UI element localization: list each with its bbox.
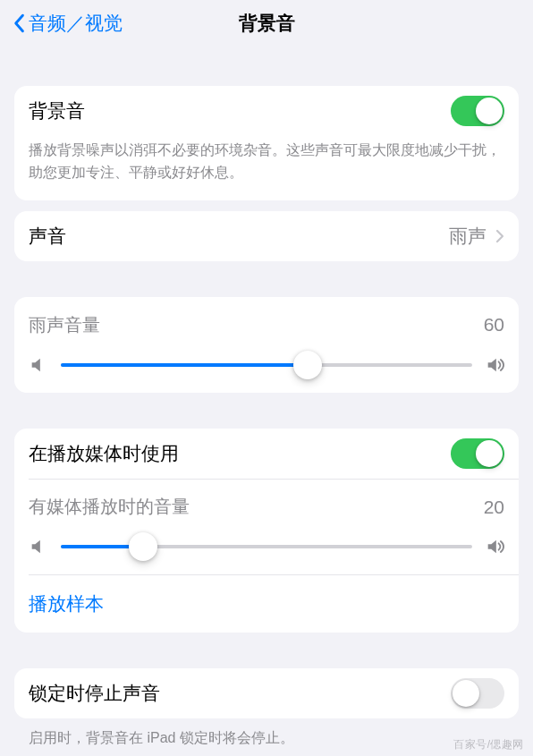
chevron-left-icon	[11, 11, 27, 36]
media-volume-slider[interactable]	[61, 545, 472, 548]
volume-high-icon	[485, 355, 504, 375]
volume-low-icon	[29, 537, 48, 556]
group-media: 在播放媒体时使用 有媒体播放时的音量 20 播放样本	[14, 429, 519, 633]
group-volume: 雨声音量 60	[14, 297, 519, 393]
stop-on-lock-label: 锁定时停止声音	[29, 681, 451, 706]
rain-volume-label: 雨声音量	[29, 313, 100, 337]
sound-picker-row[interactable]: 声音 雨声	[14, 211, 519, 261]
group-main: 背景音 播放背景噪声以消弭不必要的环境杂音。这些声音可最大限度地减少干扰，助您更…	[14, 86, 519, 200]
nav-bar: 音频／视觉 背景音	[0, 0, 533, 47]
background-sound-switch[interactable]	[451, 96, 504, 126]
volume-high-icon	[485, 537, 504, 556]
use-with-media-label: 在播放媒体时使用	[29, 441, 451, 466]
stop-on-lock-switch[interactable]	[451, 678, 504, 709]
use-with-media-switch[interactable]	[451, 438, 504, 469]
media-volume-block: 有媒体播放时的音量 20	[14, 479, 519, 574]
rain-volume-slider[interactable]	[61, 363, 472, 367]
sound-label: 声音	[29, 224, 449, 249]
stop-on-lock-row[interactable]: 锁定时停止声音	[14, 668, 519, 718]
slider-thumb[interactable]	[129, 532, 157, 561]
use-with-media-row[interactable]: 在播放媒体时使用	[14, 429, 519, 479]
slider-fill	[61, 363, 308, 367]
background-sound-label: 背景音	[29, 98, 451, 123]
background-sound-toggle-row[interactable]: 背景音	[14, 86, 519, 136]
sound-value: 雨声	[449, 224, 486, 249]
media-volume-value: 20	[484, 497, 504, 518]
group-sound: 声音 雨声	[14, 211, 519, 261]
group-lock: 锁定时停止声音	[14, 668, 519, 718]
rain-volume-block: 雨声音量 60	[14, 297, 519, 393]
play-sample-button[interactable]: 播放样本	[14, 575, 519, 633]
back-label: 音频／视觉	[29, 11, 123, 36]
slider-thumb[interactable]	[293, 351, 322, 379]
rain-volume-value: 60	[484, 314, 504, 336]
watermark: 百家号/偲趣网	[453, 737, 524, 752]
back-button[interactable]: 音频／视觉	[11, 11, 123, 36]
stop-on-lock-footer: 启用时，背景音在 iPad 锁定时将会停止。	[14, 718, 519, 749]
background-sound-description: 播放背景噪声以消弭不必要的环境杂音。这些声音可最大限度地减少干扰，助您更加专注、…	[14, 136, 519, 200]
chevron-right-icon	[495, 229, 504, 243]
media-volume-label: 有媒体播放时的音量	[29, 495, 190, 519]
volume-low-icon	[29, 355, 48, 375]
